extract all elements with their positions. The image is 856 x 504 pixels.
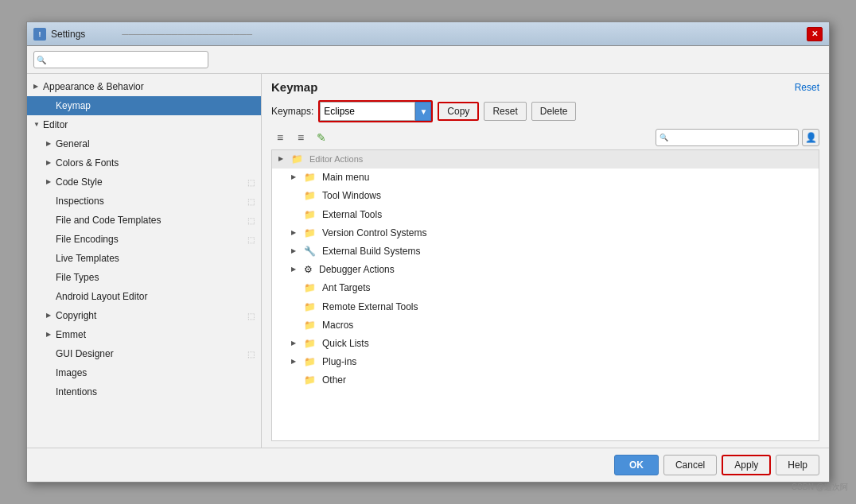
ok-button[interactable]: OK (614, 455, 659, 475)
folder-gear-icon: 🔧 (304, 244, 316, 259)
sidebar-label-inspections: Inspections (56, 194, 104, 208)
title-bar-controls: ✕ (807, 27, 823, 41)
tree-row-debugger[interactable]: ▶ ⚙ Debugger Actions (272, 261, 819, 279)
sidebar-item-android-layout[interactable]: Android Layout Editor (27, 287, 261, 306)
search-bar (27, 46, 829, 74)
actions-search-input[interactable] (656, 129, 799, 146)
sidebar-label-gui-designer: GUI Designer (56, 347, 114, 361)
sidebar-item-images[interactable]: Images (27, 363, 261, 382)
tree-label-tool-windows: Tool Windows (322, 188, 381, 204)
folder-icon: 📁 (304, 355, 316, 370)
sidebar-item-general[interactable]: General (27, 134, 261, 153)
tree-arrow-icon: ▶ (291, 246, 301, 257)
sidebar-label-copyright: Copyright (56, 308, 96, 323)
app-icon: ! (33, 28, 46, 41)
keymap-dropdown-arrow[interactable]: ▼ (415, 102, 431, 121)
folder-icon: 📁 (304, 300, 316, 315)
edit-icon-button[interactable]: ✎ (313, 129, 330, 146)
sidebar-label-editor: Editor (43, 118, 68, 132)
badge-icon: ⬚ (247, 234, 255, 246)
sidebar-label-keymap: Keymap (56, 99, 91, 113)
sidebar-item-code-style[interactable]: Code Style ⬚ (27, 173, 261, 192)
triangle-icon (46, 330, 53, 339)
cancel-button[interactable]: Cancel (663, 455, 717, 475)
sidebar-item-file-types[interactable]: File Types (27, 268, 261, 287)
triangle-icon (46, 139, 53, 149)
actions-toolbar: ≡ ≡ ✎ 👤 (262, 127, 829, 149)
sidebar-label-file-types: File Types (56, 270, 99, 285)
tree-row-macros[interactable]: ▶ 📁 Macros (272, 316, 819, 335)
tree-row-tool-windows[interactable]: ▶ 📁 Tool Windows (272, 187, 819, 205)
sidebar-item-file-code-templates[interactable]: File and Code Templates ⬚ (27, 211, 261, 230)
sidebar: Appearance & Behavior Keymap Editor Gene… (27, 74, 262, 448)
sidebar-item-editor[interactable]: Editor (27, 115, 261, 134)
title-subtitle: ───────────────────── (122, 29, 252, 39)
sidebar-label-code-style: Code Style (56, 175, 103, 189)
tree-row-quick-lists[interactable]: ▶ 📁 Quick Lists (272, 335, 819, 353)
sidebar-item-intentions[interactable]: Intentions (27, 382, 261, 401)
folder-icon: 📁 (304, 170, 316, 185)
tree-arrow-icon: ▶ (291, 357, 301, 367)
tree-arrow-icon: ▶ (291, 265, 301, 275)
tree-label-editor-actions: Editor Actions (309, 153, 363, 167)
tree-label-other: Other (322, 373, 346, 388)
search-input[interactable] (33, 51, 208, 68)
tree-arrow-icon: ▶ (291, 228, 301, 238)
apply-button[interactable]: Apply (722, 455, 771, 475)
sidebar-item-inspections[interactable]: Inspections ⬚ (27, 192, 261, 211)
folder-icon: 📁 (304, 336, 316, 351)
sidebar-item-emmet[interactable]: Emmet (27, 325, 261, 344)
tree-area: ▶ 📁 Editor Actions ▶ 📁 Main menu ▶ (271, 149, 819, 441)
sidebar-label-images: Images (56, 366, 87, 380)
tree-label-main-menu: Main menu (322, 170, 369, 185)
tree-row-remote-ext-tools[interactable]: ▶ 📁 Remote External Tools (272, 298, 819, 316)
sidebar-label-general: General (56, 137, 90, 151)
sidebar-item-copyright[interactable]: Copyright ⬚ (27, 306, 261, 325)
copy-button[interactable]: Copy (438, 102, 479, 121)
tree-row-editor-actions[interactable]: ▶ 📁 Editor Actions (272, 150, 819, 169)
expand-all-button[interactable]: ≡ (271, 129, 289, 146)
sidebar-item-file-encodings[interactable]: File Encodings ⬚ (27, 230, 261, 249)
sidebar-item-keymap[interactable]: Keymap (27, 96, 261, 115)
panel-reset-link[interactable]: Reset (795, 82, 819, 93)
keymap-row: Keymaps: ▼ Copy Reset Delete (262, 97, 829, 127)
sidebar-label-live-templates: Live Templates (56, 251, 119, 266)
user-icon-button[interactable]: 👤 (802, 129, 819, 146)
badge-icon: ⬚ (247, 196, 255, 207)
badge-icon: ⬚ (247, 310, 255, 322)
sidebar-item-appearance[interactable]: Appearance & Behavior (27, 77, 261, 96)
watermark: CSDN @造次阿 (792, 482, 848, 493)
folder-icon: 📁 (304, 188, 316, 204)
collapse-all-button[interactable]: ≡ (292, 129, 309, 146)
tree-row-main-menu[interactable]: ▶ 📁 Main menu (272, 169, 819, 187)
help-button[interactable]: Help (776, 455, 819, 475)
right-panel: Keymap Reset Keymaps: ▼ Copy Reset Delet… (262, 74, 829, 448)
close-button[interactable]: ✕ (807, 27, 823, 41)
folder-icon: 📁 (304, 373, 316, 388)
tree-row-other[interactable]: ▶ 📁 Other (272, 371, 819, 390)
tree-row-external-tools[interactable]: ▶ 📁 External Tools (272, 206, 819, 224)
sidebar-item-gui-designer[interactable]: GUI Designer ⬚ (27, 344, 261, 363)
tree-label-macros: Macros (322, 318, 353, 333)
sidebar-item-live-templates[interactable]: Live Templates (27, 249, 261, 268)
tree-arrow-icon: ▶ (291, 339, 301, 349)
triangle-icon (46, 177, 53, 187)
panel-header: Keymap Reset (262, 74, 829, 97)
tree-row-ant-targets[interactable]: ▶ 📁 Ant Targets (272, 279, 819, 297)
keymap-input[interactable] (320, 102, 415, 121)
tree-row-vcs[interactable]: ▶ 📁 Version Control Systems (272, 224, 819, 242)
sidebar-item-colors-fonts[interactable]: Colors & Fonts (27, 153, 261, 173)
triangle-icon (46, 158, 53, 168)
sidebar-label-android-layout: Android Layout Editor (56, 289, 147, 304)
folder-icon: 📁 (304, 207, 316, 223)
badge-icon: ⬚ (247, 348, 255, 360)
delete-button[interactable]: Delete (531, 102, 577, 121)
sidebar-label-appearance: Appearance & Behavior (43, 79, 144, 94)
keymap-label: Keymaps: (271, 106, 313, 117)
tree-label-remote-ext-tools: Remote External Tools (322, 300, 418, 315)
reset-button[interactable]: Reset (484, 102, 526, 121)
folder-icon: 📁 (291, 152, 303, 167)
tree-row-ext-build[interactable]: ▶ 🔧 External Build Systems (272, 242, 819, 261)
tree-row-plugins[interactable]: ▶ 📁 Plug-ins (272, 353, 819, 371)
sidebar-label-file-encodings: File Encodings (56, 232, 119, 246)
